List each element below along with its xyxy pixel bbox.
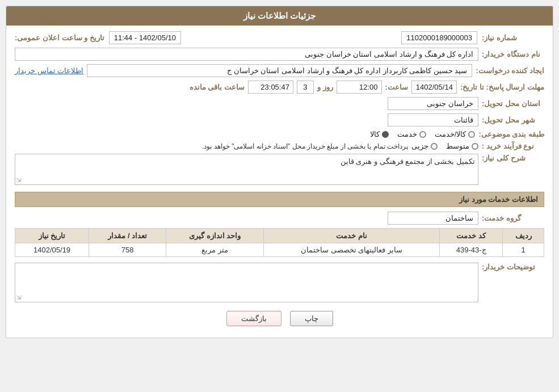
city-value: قائنات <box>388 113 478 127</box>
footer-buttons: چاپ بازگشت <box>15 311 544 326</box>
col-quantity: تعداد / مقدار <box>89 229 166 243</box>
purchase-type-label: نوع فرآیند خرید : <box>482 142 544 150</box>
category-radio-group: کالا/خدمت خدمت کالا <box>370 130 476 138</box>
city-label: شهر محل تحویل: <box>482 116 544 124</box>
need-number-label: شماره نیاز: <box>482 33 544 42</box>
province-label: استان محل تحویل: <box>482 99 544 108</box>
cell-date: 1402/05/19 <box>15 243 89 257</box>
province-row: استان محل تحویل: خراسان جنوبی <box>15 97 544 110</box>
category-label: طبقه بندی موضوعی: <box>478 130 544 138</box>
service-group-row: گروه خدمت: ساختمان <box>15 212 544 225</box>
category-option-1[interactable]: کالا <box>370 130 389 138</box>
announcement-label: تاریخ و ساعت اعلان عمومی: <box>15 33 104 42</box>
radio-dot-goods <box>382 131 389 138</box>
deadline-label: مهلت ارسال پاسخ: تا تاریخ: <box>460 83 544 91</box>
time-label: ساعت: <box>385 83 408 91</box>
card-header: جزئیات اطلاعات نیاز <box>6 6 553 26</box>
table-row: 1 ج-43-439 سایر فعالیتهای تخصصی ساختمان … <box>15 243 544 257</box>
category-row: طبقه بندی موضوعی: کالا/خدمت خدمت کالا <box>15 130 544 138</box>
buyer-row: نام دستگاه خریدار: اداره کل فرهنگ و ارشا… <box>15 48 544 61</box>
page-title: جزئیات اطلاعات نیاز <box>243 11 316 20</box>
day-value: 3 <box>297 81 314 94</box>
radio-dot-service <box>419 131 426 138</box>
announcement-value: 1402/05/10 - 11:44 <box>109 31 181 44</box>
radio-dot-medium <box>472 143 478 150</box>
purchase-radio-group: متوسط جزیی <box>411 142 478 150</box>
cell-row: 1 <box>503 243 544 257</box>
category-option-2[interactable]: خدمت <box>397 130 426 138</box>
services-section-header: اطلاعات خدمات مورد نیاز <box>15 192 544 207</box>
announcement-group: 1402/05/10 - 11:44 تاریخ و ساعت اعلان عم… <box>15 31 181 44</box>
description-textarea[interactable]: تکمیل بخشی از مجتمع فرهنگی و هنری قاین ⇲ <box>15 154 478 185</box>
description-value: تکمیل بخشی از مجتمع فرهنگی و هنری قاین <box>18 157 475 166</box>
description-label: شرح کلی نیاز: <box>482 154 544 162</box>
card-body: شماره نیاز: 1102000189000003 1402/05/10 … <box>6 26 553 338</box>
need-number-value: 1102000189000003 <box>401 31 477 44</box>
category-label-2: خدمت <box>397 130 417 138</box>
province-value: خراسان جنوبی <box>388 97 478 110</box>
resize-icon: ⇲ <box>16 177 21 183</box>
date-value: 1402/05/14 <box>411 81 457 94</box>
cell-code: ج-43-439 <box>440 243 503 257</box>
creator-row: ایجاد کننده درخواست: سید حسین کاظمی کارب… <box>15 64 544 77</box>
category-option-3[interactable]: کالا/خدمت <box>435 130 476 138</box>
buyer-notes-row: توضیحات خریدار: ⇲ <box>15 263 544 302</box>
need-number-row: شماره نیاز: 1102000189000003 1402/05/10 … <box>15 31 544 44</box>
main-card: جزئیات اطلاعات نیاز شماره نیاز: 11020001… <box>6 6 553 338</box>
resize-icon-2: ⇲ <box>16 294 21 301</box>
remaining-value: 23:05:47 <box>248 81 293 94</box>
service-group-value: ساختمان <box>388 212 478 225</box>
buyer-value: اداره کل فرهنگ و ارشاد اسلامی استان خراس… <box>15 48 478 61</box>
buyer-label: نام دستگاه خریدار: <box>482 50 544 58</box>
cell-quantity: 758 <box>89 243 166 257</box>
city-row: شهر محل تحویل: قائنات <box>15 113 544 127</box>
purchase-label-minor: جزیی <box>411 142 428 150</box>
col-date: تاریخ نیاز <box>15 229 89 243</box>
services-table: ردیف کد خدمت نام خدمت واحد اندازه گیری ت… <box>15 228 544 257</box>
buyer-notes-textarea[interactable]: ⇲ <box>15 263 478 302</box>
table-body: 1 ج-43-439 سایر فعالیتهای تخصصی ساختمان … <box>15 243 544 257</box>
table-header: ردیف کد خدمت نام خدمت واحد اندازه گیری ت… <box>15 229 544 243</box>
col-unit: واحد اندازه گیری <box>166 229 264 243</box>
category-label-3: کالا/خدمت <box>435 130 466 138</box>
deadline-row: مهلت ارسال پاسخ: تا تاریخ: 1402/05/14 سا… <box>15 81 544 94</box>
purchase-option-medium[interactable]: متوسط <box>446 142 478 150</box>
purchase-option-minor[interactable]: جزیی <box>411 142 438 150</box>
radio-dot-service-goods <box>468 131 475 138</box>
purchase-note: پرداخت تمام یا بخشی از مبلغ خریداز محل "… <box>202 142 408 150</box>
back-button[interactable]: بازگشت <box>226 311 281 326</box>
purchase-label-medium: متوسط <box>446 142 469 150</box>
remaining-label: ساعت باقی مانده <box>190 83 245 91</box>
need-number-group: شماره نیاز: 1102000189000003 <box>401 31 544 44</box>
description-row: شرح کلی نیاز: تکمیل بخشی از مجتمع فرهنگی… <box>15 154 544 185</box>
col-name: نام خدمت <box>263 229 439 243</box>
page-wrapper: جزئیات اطلاعات نیاز شماره نیاز: 11020001… <box>0 0 559 392</box>
creator-value: سید حسین کاظمی کاربرداز اداره کل فرهنگ و… <box>87 64 472 77</box>
purchase-type-row: نوع فرآیند خرید : متوسط جزیی پرداخت تمام… <box>15 142 544 150</box>
col-row: ردیف <box>503 229 544 243</box>
buyer-notes-label: توضیحات خریدار: <box>482 263 544 271</box>
radio-dot-minor <box>431 143 438 150</box>
day-label: روز و <box>317 83 333 91</box>
cell-unit: متر مربع <box>166 243 264 257</box>
contact-link[interactable]: اطلاعات تماس خریدار <box>15 66 83 75</box>
col-code: کد خدمت <box>440 229 503 243</box>
creator-label: ایجاد کننده درخواست: <box>476 66 544 75</box>
category-label-1: کالا <box>370 130 380 138</box>
cell-name: سایر فعالیتهای تخصصی ساختمان <box>263 243 439 257</box>
time-value: 12:00 <box>337 81 382 94</box>
service-group-label: گروه خدمت: <box>482 214 544 222</box>
print-button[interactable]: چاپ <box>290 311 333 326</box>
